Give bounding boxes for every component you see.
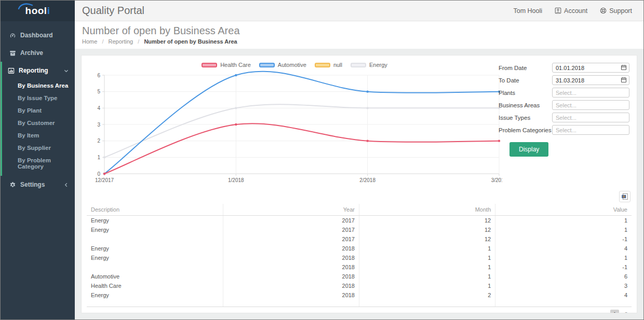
column-header-value[interactable]: Value <box>495 204 632 216</box>
page-header: Number of open by Business Area Home / R… <box>75 21 643 49</box>
sidebar-group-archive: Archive <box>1 44 75 62</box>
filter-panel: From DateTo DatePlantsBusiness AreasIssu… <box>499 63 629 157</box>
sidebar-item-settings[interactable]: Settings <box>2 176 75 193</box>
legend-item-energy[interactable]: Energy <box>351 62 387 68</box>
export-row <box>87 191 630 202</box>
sidebar-item-reporting[interactable]: Reporting <box>2 62 75 79</box>
cell-value: -1 <box>495 234 632 244</box>
sidebar-item-dashboard[interactable]: Dashboard <box>2 26 75 44</box>
sidebar: hooli DashboardArchiveReportingBy Busine… <box>1 1 75 319</box>
legend-item-automotive[interactable]: Automotive <box>259 62 306 68</box>
filter-row-business-areas: Business Areas <box>499 100 629 110</box>
cell-month: 2 <box>359 290 495 300</box>
cell-value: 1 <box>495 225 632 234</box>
legend-item-null[interactable]: null <box>315 62 342 68</box>
sidebar-item-label: Reporting <box>19 67 48 74</box>
svg-text:3/2018: 3/2018 <box>491 177 502 183</box>
display-button[interactable]: Display <box>509 142 548 157</box>
plants-input[interactable] <box>552 88 629 98</box>
from-date-control <box>552 63 629 73</box>
user-name[interactable]: Tom Hooli <box>513 7 542 15</box>
cell-description: Energy <box>87 244 223 253</box>
sidebar-subitem-by-item[interactable]: By Item <box>2 129 75 142</box>
cell-description: Energy <box>87 216 223 226</box>
cell-year: 2017 <box>223 225 359 234</box>
spacer-cell <box>87 300 223 307</box>
svg-text:1/2018: 1/2018 <box>228 177 244 183</box>
cell-month: 1 <box>359 244 495 253</box>
to-date-label: To Date <box>499 77 552 84</box>
legend-label: Automotive <box>278 62 306 68</box>
chart-zone: Health CareAutomotivenullEnergy 01234561… <box>87 61 502 189</box>
sidebar-group-reporting: ReportingBy Business AreaBy Issue TypeBy… <box>1 62 75 176</box>
account-label: Account <box>564 7 587 15</box>
table-row: Energy201824 <box>87 290 632 300</box>
cell-year: 2018 <box>223 262 359 272</box>
chart-legend: Health CareAutomotivenullEnergy <box>87 61 502 69</box>
filter-row-from-date: From Date <box>499 63 629 73</box>
legend-swatch <box>259 63 275 67</box>
to-date-input[interactable] <box>552 75 629 85</box>
support-menu[interactable]: Support <box>600 7 632 15</box>
page-button-2[interactable]: 2 <box>622 310 630 313</box>
export-excel-button[interactable] <box>619 191 630 202</box>
column-header-month[interactable]: Month <box>359 204 495 216</box>
sidebar-subitem-by-issue-type[interactable]: By Issue Type <box>2 92 75 104</box>
breadcrumb: Home / Reporting / Number of open by Bus… <box>82 38 636 45</box>
sidebar-submenu-reporting: By Business AreaBy Issue TypeBy PlantBy … <box>2 79 75 176</box>
content: Health CareAutomotivenullEnergy 01234561… <box>75 49 643 319</box>
sidebar-subitem-by-business-area[interactable]: By Business Area <box>2 79 75 92</box>
sidebar-subitem-by-customer[interactable]: By Customer <box>2 117 75 129</box>
cell-description: Energy <box>87 225 223 234</box>
cell-description <box>87 234 223 244</box>
results-table: DescriptionYearMonthValue Energy2017121E… <box>87 204 632 307</box>
breadcrumb-separator: / <box>102 38 103 45</box>
sidebar-nav: DashboardArchiveReportingBy Business Are… <box>1 21 75 193</box>
topbar-right: Tom Hooli Account Support <box>513 7 632 15</box>
spacer-cell <box>223 300 359 307</box>
calendar-icon[interactable] <box>621 64 627 71</box>
problem-categories-label: Problem Categories <box>499 127 552 133</box>
cell-month: 12 <box>359 234 495 244</box>
svg-text:4: 4 <box>97 105 100 111</box>
page-button-1[interactable]: 1 <box>610 310 619 313</box>
cell-year: 2018 <box>223 253 359 262</box>
cell-year: 2018 <box>223 244 359 253</box>
svg-text:3: 3 <box>97 122 100 128</box>
cell-month: 1 <box>359 281 495 290</box>
problem-categories-control <box>552 125 629 135</box>
breadcrumb-home[interactable]: Home <box>82 38 97 45</box>
breadcrumb-current: Number of open by Business Area <box>144 38 237 45</box>
breadcrumb-reporting[interactable]: Reporting <box>109 38 133 45</box>
issue-types-input[interactable] <box>552 113 629 122</box>
logo[interactable]: hooli <box>1 1 75 21</box>
business-areas-input[interactable] <box>552 100 629 110</box>
support-label: Support <box>609 7 632 15</box>
sidebar-subitem-by-problem-category[interactable]: By Problem Category <box>2 154 75 173</box>
report-card: Health CareAutomotivenullEnergy 01234561… <box>81 55 637 313</box>
sidebar-subitem-by-plant[interactable]: By Plant <box>2 104 75 117</box>
life-ring-icon <box>600 7 607 14</box>
cell-year: 2017 <box>223 216 359 226</box>
legend-item-health-care[interactable]: Health Care <box>202 62 251 68</box>
sidebar-item-label: Dashboard <box>20 32 53 39</box>
sidebar-item-archive[interactable]: Archive <box>2 44 75 62</box>
cell-value: 3 <box>495 281 632 290</box>
column-header-description[interactable]: Description <box>87 204 223 216</box>
issue-types-label: Issue Types <box>499 115 552 121</box>
logo-swoosh-icon <box>18 3 33 9</box>
filter-row-to-date: To Date <box>499 75 629 85</box>
column-header-year[interactable]: Year <box>223 204 359 216</box>
problem-categories-input[interactable] <box>552 125 629 135</box>
cell-month: 1 <box>359 253 495 262</box>
from-date-input[interactable] <box>552 63 629 73</box>
cell-month: 12 <box>359 225 495 234</box>
sidebar-subitem-by-supplier[interactable]: By Supplier <box>2 142 75 154</box>
table-row: Energy2017121 <box>87 216 632 226</box>
calendar-icon[interactable] <box>621 77 627 83</box>
cell-value: 1 <box>495 253 632 262</box>
account-menu[interactable]: Account <box>555 7 587 15</box>
legend-swatch <box>351 63 366 67</box>
cell-year: 2018 <box>223 281 359 290</box>
cell-description: Automotive <box>87 272 223 281</box>
